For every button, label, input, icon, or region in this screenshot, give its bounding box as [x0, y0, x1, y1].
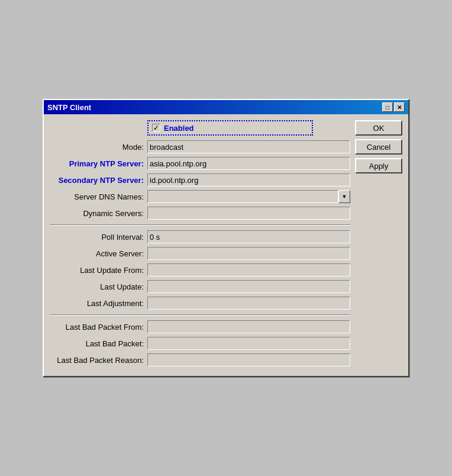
form-area: ✓ Enabled Mode: Primary NTP Server: Seco… — [50, 120, 350, 370]
poll-interval-row: Poll Interval: — [50, 230, 350, 243]
dynamic-servers-input[interactable] — [147, 207, 350, 220]
server-dns-dropdown-wrapper: ▼ — [147, 190, 350, 203]
last-bad-packet-reason-input[interactable] — [147, 353, 350, 366]
mode-row: Mode: — [50, 140, 350, 153]
last-update-input[interactable] — [147, 280, 350, 293]
title-bar-controls: □ ✕ — [382, 102, 405, 112]
checkbox-check-mark: ✓ — [153, 124, 159, 131]
server-dns-row: Server DNS Names: ▼ — [50, 190, 350, 203]
secondary-ntp-input[interactable] — [147, 173, 350, 186]
primary-ntp-input[interactable] — [147, 157, 350, 170]
last-bad-packet-input[interactable] — [147, 337, 350, 350]
last-update-from-row: Last Update From: — [50, 263, 350, 276]
ok-button[interactable]: OK — [355, 120, 402, 136]
primary-ntp-label: Primary NTP Server: — [50, 159, 147, 168]
poll-interval-input[interactable] — [147, 230, 350, 243]
active-server-row: Active Server: — [50, 247, 350, 260]
server-dns-label: Server DNS Names: — [50, 192, 147, 201]
enabled-box: ✓ Enabled — [147, 120, 313, 136]
last-bad-packet-row: Last Bad Packet: — [50, 337, 350, 350]
last-update-from-input[interactable] — [147, 263, 350, 276]
title-bar-title: SNTP Client — [47, 103, 91, 112]
poll-interval-label: Poll Interval: — [50, 233, 147, 242]
last-bad-packet-from-row: Last Bad Packet From: — [50, 320, 350, 333]
last-adjustment-label: Last Adjustment: — [50, 299, 147, 308]
close-button[interactable]: ✕ — [394, 102, 405, 112]
active-server-input[interactable] — [147, 247, 350, 260]
enabled-label: Enabled — [164, 124, 194, 133]
window-title: SNTP Client — [47, 103, 91, 112]
last-bad-packet-from-input[interactable] — [147, 320, 350, 333]
sntp-client-window: SNTP Client □ ✕ ✓ Enabled Mode: — [43, 99, 409, 377]
server-dns-input[interactable] — [147, 190, 338, 203]
last-bad-packet-from-label: Last Bad Packet From: — [50, 323, 147, 332]
last-update-row: Last Update: — [50, 280, 350, 293]
primary-ntp-row: Primary NTP Server: — [50, 157, 350, 170]
separator-1 — [50, 224, 350, 226]
last-adjustment-row: Last Adjustment: — [50, 297, 350, 310]
dynamic-servers-label: Dynamic Servers: — [50, 209, 147, 218]
last-bad-packet-reason-row: Last Bad Packet Reason: — [50, 353, 350, 366]
secondary-ntp-row: Secondary NTP Server: — [50, 173, 350, 186]
enabled-row: ✓ Enabled — [50, 120, 350, 136]
content-area: ✓ Enabled Mode: Primary NTP Server: Seco… — [44, 114, 408, 376]
mode-label: Mode: — [50, 143, 147, 152]
separator-2 — [50, 314, 350, 316]
dynamic-servers-row: Dynamic Servers: — [50, 207, 350, 220]
active-server-label: Active Server: — [50, 249, 147, 258]
last-bad-packet-label: Last Bad Packet: — [50, 339, 147, 348]
enabled-checkbox[interactable]: ✓ — [152, 124, 160, 132]
last-bad-packet-reason-label: Last Bad Packet Reason: — [50, 356, 147, 365]
last-update-from-label: Last Update From: — [50, 266, 147, 275]
restore-button[interactable]: □ — [382, 102, 393, 112]
mode-input[interactable] — [147, 140, 350, 153]
secondary-ntp-label: Secondary NTP Server: — [50, 176, 147, 185]
title-bar: SNTP Client □ ✕ — [44, 100, 408, 114]
last-adjustment-input[interactable] — [147, 297, 350, 310]
button-area: OK Cancel Apply — [355, 120, 402, 370]
apply-button[interactable]: Apply — [355, 158, 402, 173]
cancel-button[interactable]: Cancel — [355, 139, 402, 155]
last-update-label: Last Update: — [50, 282, 147, 291]
server-dns-dropdown-button[interactable]: ▼ — [338, 190, 350, 203]
